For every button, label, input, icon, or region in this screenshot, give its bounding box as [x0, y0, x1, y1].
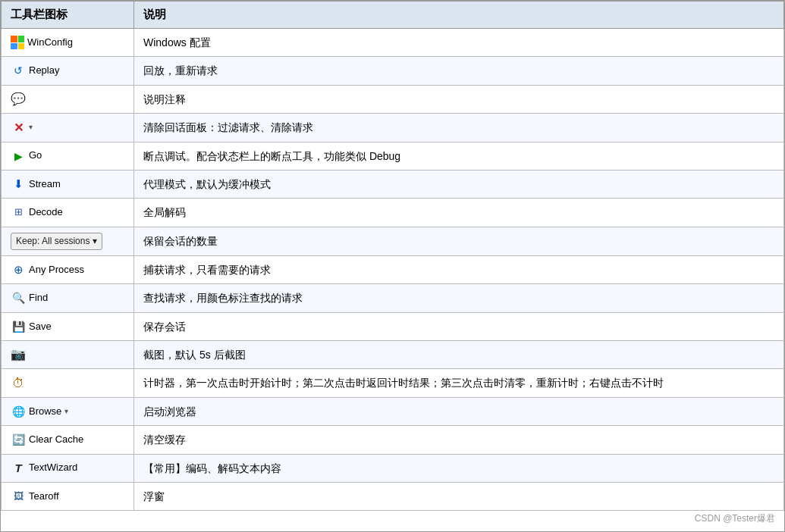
toolbar-table: 工具栏图标 说明 WinConfigWindows 配置↺Replay回放，重新…	[1, 1, 784, 511]
anyprocess-icon: ⊕	[11, 262, 26, 277]
table-row: ⬇Stream代理模式，默认为缓冲模式	[2, 170, 784, 198]
decode-icon: ⊞	[11, 205, 26, 221]
table-row: ⊞Decode全局解码	[2, 199, 784, 227]
icon-cell-clear: ✕▾	[2, 114, 134, 142]
icon-cell-timer: ⏱	[2, 369, 134, 397]
table-row: 🌐Browse▾启动浏览器	[2, 397, 784, 425]
description-cell-clear: 清除回话面板：过滤请求、清除请求	[134, 114, 784, 142]
replay-label: Replay	[29, 63, 59, 79]
screenshot-icon: 📷	[11, 347, 26, 362]
description-cell-winconfig: Windows 配置	[134, 29, 784, 57]
table-row: 🔍Find查找请求，用颜色标注查找的请求	[2, 284, 784, 312]
clearcache-icon: 🔄	[11, 432, 26, 447]
winconfig-label: WinConfig	[27, 35, 73, 51]
description-cell-find: 查找请求，用颜色标注查找的请求	[134, 284, 784, 312]
description-cell-keep: 保留会话的数量	[134, 227, 784, 255]
description-cell-browse: 启动浏览器	[134, 397, 784, 425]
icon-cell-winconfig: WinConfig	[2, 29, 134, 57]
col-header-desc: 说明	[134, 2, 784, 29]
stream-icon: ⬇	[11, 177, 26, 192]
icon-cell-replay: ↺Replay	[2, 57, 134, 85]
go-label: Go	[29, 148, 42, 164]
decode-label: Decode	[29, 205, 63, 221]
go-icon: ▶	[11, 149, 26, 164]
timer-icon: ⏱	[11, 376, 26, 391]
icon-cell-clearcache: 🔄Clear Cache	[2, 426, 134, 454]
clearcache-label: Clear Cache	[29, 432, 83, 448]
save-label: Save	[29, 319, 52, 335]
table-row: 💾Save保存会话	[2, 312, 784, 340]
icon-cell-tearoff: 🖼Tearoff	[2, 483, 134, 511]
table-row: ▶Go断点调试。配合状态栏上的断点工具，功能类似 Debug	[2, 142, 784, 170]
clear-dropdown-arrow: ▾	[29, 121, 33, 133]
icon-cell-keep: Keep: All sessions ▾	[2, 227, 134, 255]
description-cell-replay: 回放，重新请求	[134, 57, 784, 85]
description-cell-screenshot: 截图，默认 5s 后截图	[134, 341, 784, 369]
description-cell-stream: 代理模式，默认为缓冲模式	[134, 170, 784, 198]
icon-cell-browse: 🌐Browse▾	[2, 397, 134, 425]
table-header-row: 工具栏图标 说明	[2, 2, 784, 29]
table-row: Keep: All sessions ▾保留会话的数量	[2, 227, 784, 255]
tearoff-label: Tearoff	[29, 489, 59, 505]
textwizard-icon: T	[11, 461, 26, 476]
icon-cell-textwizard: TTextWizard	[2, 454, 134, 482]
find-icon: 🔍	[11, 291, 26, 306]
table-row: ⏱计时器，第一次点击时开始计时；第二次点击时返回计时结果；第三次点击时清零，重新…	[2, 369, 784, 397]
table-row: TTextWizard【常用】编码、解码文本内容	[2, 454, 784, 482]
replay-icon: ↺	[11, 64, 26, 79]
comment-icon: 💬	[11, 92, 26, 107]
icon-cell-anyprocess: ⊕Any Process	[2, 255, 134, 283]
description-cell-timer: 计时器，第一次点击时开始计时；第二次点击时返回计时结果；第三次点击时清零，重新计…	[134, 369, 784, 397]
icon-cell-find: 🔍Find	[2, 284, 134, 312]
table-row: ⊕Any Process捕获请求，只看需要的请求	[2, 255, 784, 283]
icon-cell-stream: ⬇Stream	[2, 170, 134, 198]
browse-label: Browse	[29, 404, 61, 420]
browse-dropdown-arrow: ▾	[64, 405, 68, 418]
description-cell-save: 保存会话	[134, 312, 784, 340]
main-container: 工具栏图标 说明 WinConfigWindows 配置↺Replay回放，重新…	[0, 0, 785, 532]
description-cell-comment: 说明注释	[134, 85, 784, 113]
keep-sessions-button[interactable]: Keep: All sessions ▾	[11, 233, 102, 250]
icon-cell-decode: ⊞Decode	[2, 199, 134, 227]
description-cell-anyprocess: 捕获请求，只看需要的请求	[134, 255, 784, 283]
table-row: 📷截图，默认 5s 后截图	[2, 341, 784, 369]
table-row: WinConfigWindows 配置	[2, 29, 784, 57]
icon-cell-save: 💾Save	[2, 312, 134, 340]
icon-cell-screenshot: 📷	[2, 341, 134, 369]
anyprocess-label: Any Process	[29, 262, 84, 278]
stream-label: Stream	[29, 177, 61, 192]
description-cell-go: 断点调试。配合状态栏上的断点工具，功能类似 Debug	[134, 142, 784, 170]
table-row: ↺Replay回放，重新请求	[2, 57, 784, 85]
clear-icon: ✕	[11, 120, 26, 135]
table-row: 🖼Tearoff浮窗	[2, 483, 784, 511]
watermark: CSDN @Tester爆君	[695, 512, 775, 525]
browse-icon: 🌐	[11, 404, 26, 419]
tearoff-icon: 🖼	[11, 489, 26, 504]
textwizard-label: TextWizard	[29, 460, 77, 476]
description-cell-tearoff: 浮窗	[134, 483, 784, 511]
table-row: 💬说明注释	[2, 85, 784, 113]
icon-cell-comment: 💬	[2, 85, 134, 113]
table-row: 🔄Clear Cache清空缓存	[2, 426, 784, 454]
icon-cell-go: ▶Go	[2, 142, 134, 170]
table-row: ✕▾清除回话面板：过滤请求、清除请求	[2, 114, 784, 142]
description-cell-textwizard: 【常用】编码、解码文本内容	[134, 454, 784, 482]
col-header-icon: 工具栏图标	[2, 2, 134, 29]
find-label: Find	[29, 290, 48, 306]
save-icon: 💾	[11, 319, 26, 334]
description-cell-clearcache: 清空缓存	[134, 426, 784, 454]
description-cell-decode: 全局解码	[134, 199, 784, 227]
winconfig-icon	[11, 36, 24, 49]
